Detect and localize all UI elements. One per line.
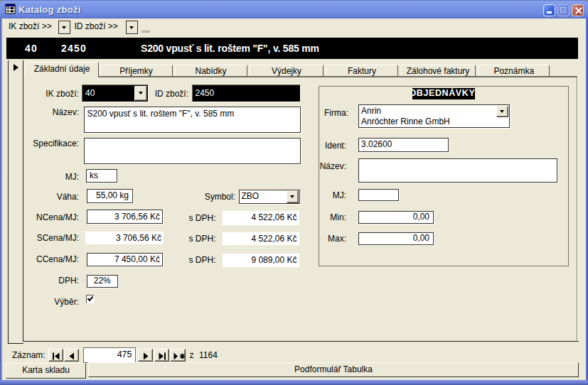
max-label: Max:: [282, 234, 346, 244]
window-title: Katalog zboží: [18, 4, 81, 15]
next-record-icon: [141, 352, 150, 360]
ccena-value: 7 450,00 Kč: [87, 254, 162, 265]
min-value: 0,00: [359, 212, 433, 222]
title-bar: Katalog zboží: [0, 0, 588, 18]
scena-label: SCena/MJ:: [15, 233, 79, 243]
firma-label: Firma:: [284, 108, 348, 118]
podformular-tabulka-tab[interactable]: Podformulář Tabulka: [88, 362, 579, 377]
min-field[interactable]: 0,00: [358, 211, 434, 224]
orders-mj-field[interactable]: [358, 189, 399, 202]
header-name: S200 vpusť s lit. roštem "F", v. 585 mm: [141, 43, 319, 54]
ik-filter-label: IK zboží >>: [9, 21, 52, 31]
orders-nazev-field[interactable]: [358, 158, 557, 183]
tab-nabidky[interactable]: Nabídky: [175, 65, 247, 77]
tab-vydejky[interactable]: Výdejky: [250, 65, 324, 77]
ik-label: IK zboží:: [15, 89, 79, 99]
tab-poznamka[interactable]: Poznámka: [479, 65, 550, 77]
tab-faktury[interactable]: Faktury: [326, 65, 398, 77]
vaha-value: 55,00 kg: [87, 190, 133, 202]
chevron-down-icon: [500, 110, 504, 113]
tab-prijemky[interactable]: Příjemky: [100, 65, 173, 77]
maximize-button[interactable]: [557, 4, 570, 16]
dph-value: 22%: [87, 276, 117, 287]
header-strip: 40 2450 S200 vpusť s lit. roštem "F", v.…: [6, 38, 579, 60]
mj-field[interactable]: ks: [86, 169, 117, 183]
vyber-checkbox[interactable]: [86, 295, 95, 303]
maximize-icon: [560, 7, 566, 13]
ccena-field[interactable]: 7 450,00 Kč: [87, 253, 163, 266]
new-record-button[interactable]: [170, 349, 186, 362]
karta-skladu-tab[interactable]: Karta skladu: [6, 363, 86, 379]
check-icon: [87, 295, 94, 303]
close-icon: [574, 6, 583, 15]
ncena-label: NCena/MJ:: [15, 212, 79, 222]
window-bottom-border: [0, 380, 588, 385]
tab-zakladni-udaje[interactable]: Základní údaje: [25, 62, 99, 78]
id-filter-label: ID zboží >>: [75, 21, 118, 31]
id-filter-dropdown-button[interactable]: [126, 21, 138, 34]
previous-record-button[interactable]: [64, 349, 79, 362]
orders-group-title: OBJEDNÁVKY: [412, 88, 475, 99]
scena-field[interactable]: 3 706,56 Kč: [85, 232, 164, 244]
last-record-icon: [158, 352, 166, 360]
vyber-label: Výběr:: [15, 297, 79, 307]
tab-zalohove-faktury[interactable]: Zálohové faktury: [401, 65, 476, 77]
minimize-icon: [547, 11, 552, 13]
record-selector-bottom-line: [8, 343, 23, 344]
ident-value: 3.02600: [359, 139, 448, 151]
firma-line1: Anrin: [359, 105, 509, 116]
scena-value: 3 706,56 Kč: [85, 232, 164, 244]
window-icon: [5, 4, 16, 14]
current-record-marker-icon: [14, 64, 18, 71]
first-record-icon: [52, 352, 60, 360]
firma-dropdown-button[interactable]: [496, 106, 508, 117]
tab-page-top-border: [26, 76, 577, 77]
vaha-field[interactable]: 55,00 kg: [87, 189, 134, 203]
specifikace-label: Specifikace:: [15, 139, 79, 148]
nazev-value: S200 vpusť s lit. roštem "F", v. 585 mm: [85, 107, 300, 120]
max-value: 0,00: [359, 233, 433, 244]
specifikace-field[interactable]: [84, 138, 301, 165]
record-number-field[interactable]: 475: [83, 347, 136, 363]
ik-dropdown-button[interactable]: [134, 86, 147, 101]
nazev-field[interactable]: S200 vpusť s lit. roštem "F", v. 585 mm: [84, 107, 301, 133]
ccena-sdph-field[interactable]: 9 089,00 Kč: [223, 254, 299, 267]
podformular-tabulka-label: Podformulář Tabulka: [294, 364, 373, 374]
karta-skladu-label: Karta skladu: [22, 365, 70, 375]
id-field[interactable]: 2450: [192, 85, 301, 103]
ident-field[interactable]: 3.02600: [358, 138, 449, 152]
max-field[interactable]: 0,00: [358, 232, 434, 245]
header-ik: 40: [25, 43, 38, 54]
dph-label: DPH:: [15, 276, 79, 286]
application-window: Katalog zboží IK zboží >> ID zboží >> 40…: [0, 0, 588, 385]
minimize-button[interactable]: [543, 4, 555, 16]
ncena-value: 3 706,56 Kč: [87, 210, 162, 223]
ik-filter-dropdown-button[interactable]: [58, 21, 70, 34]
id-value: 2450: [193, 85, 300, 101]
tab-page-right-highlight: [577, 76, 578, 340]
last-record-button[interactable]: [154, 349, 169, 362]
dph-field[interactable]: 22%: [87, 275, 118, 288]
first-record-button[interactable]: [48, 349, 63, 362]
close-button[interactable]: [572, 4, 584, 16]
previous-record-icon: [68, 352, 76, 360]
chevron-down-icon: [139, 92, 143, 94]
symbol-label: Symbol:: [171, 192, 235, 202]
record-nav-total: 1164: [199, 350, 218, 360]
ncena-field[interactable]: 3 706,56 Kč: [87, 210, 163, 224]
record-nav-label: Záznam:: [12, 350, 46, 360]
toolbar-separator: [141, 31, 150, 33]
orders-mj-label: MJ:: [282, 190, 346, 200]
next-record-button[interactable]: [138, 349, 153, 362]
chevron-down-icon: [62, 26, 66, 29]
ik-combobox[interactable]: 40: [82, 85, 149, 103]
nazev-label: Název:: [15, 107, 79, 117]
record-number-value: 475: [84, 348, 135, 362]
vaha-label: Váha:: [15, 192, 79, 202]
record-selector-left-line: [8, 60, 9, 343]
ccena-sdph-value: 9 089,00 Kč: [223, 254, 299, 267]
header-id: 2450: [61, 43, 87, 54]
detail-bottom-line: [23, 341, 579, 342]
firma-line2: Anröchter Rinne GmbH: [359, 116, 509, 126]
firma-combobox[interactable]: Anrin Anröchter Rinne GmbH: [358, 104, 510, 128]
